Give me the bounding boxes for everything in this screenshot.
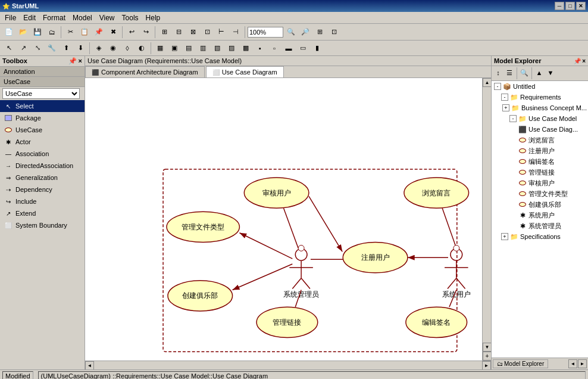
toolbox-pin[interactable]: 📌 × (68, 57, 82, 65)
tb2-16[interactable]: ▨ (225, 42, 238, 55)
toolbox-section-annotation[interactable]: Annotation (0, 67, 85, 77)
tree-requirements[interactable]: - 📁 Requirements (492, 92, 588, 102)
tb-extra1[interactable]: ⊞ (158, 26, 171, 39)
tb2-2[interactable]: ↗ (17, 42, 30, 55)
me-filter-button[interactable]: ☰ (504, 67, 515, 78)
tool-usecase[interactable]: UseCase (0, 124, 85, 136)
tree-item-review[interactable]: 审核用户 (492, 178, 588, 188)
tree-root-toggle[interactable]: - (494, 83, 501, 90)
tb2-6[interactable]: ⬇ (74, 42, 87, 55)
tree-usecase-model[interactable]: - 📁 Use Case Model (492, 113, 588, 124)
model-explorer-tree[interactable]: - 📦 Untitled - 📁 Requirements + 📁 Busine… (492, 81, 588, 358)
tb2-5[interactable]: ⬆ (60, 42, 73, 55)
tb-extra4[interactable]: ⊡ (201, 26, 214, 39)
tree-specifications[interactable]: + 📁 Specifications (492, 231, 588, 242)
tb2-21[interactable]: ▭ (296, 42, 309, 55)
tree-item-editsig[interactable]: 编辑签名 (492, 156, 588, 167)
copy-button[interactable]: 📋 (78, 26, 91, 39)
scroll-expand-button[interactable]: + (483, 352, 491, 361)
tool-actor[interactable]: ✱ Actor (0, 136, 85, 148)
tb2-14[interactable]: ▥ (196, 42, 209, 55)
tree-ucm-toggle[interactable]: - (509, 115, 517, 122)
tab-component-architecture[interactable]: ⬛ Component Architecture Diagram (85, 66, 205, 77)
tb2-22[interactable]: ▮ (311, 42, 324, 55)
maximize-button[interactable]: □ (565, 2, 575, 10)
tb-extra2[interactable]: ⊟ (172, 26, 185, 39)
tool-association[interactable]: — Association (0, 148, 85, 160)
tb2-7[interactable]: ◈ (92, 42, 105, 55)
tree-item-sysadmin[interactable]: ✱ 系统管理员 (492, 220, 588, 231)
paste-button[interactable]: 📌 (92, 26, 105, 39)
tb2-8[interactable]: ◉ (107, 42, 120, 55)
me-tab-button[interactable]: 🗂 Model Explorer (493, 359, 548, 368)
save-button[interactable]: 💾 (31, 26, 44, 39)
tree-requirements-toggle[interactable]: - (501, 94, 508, 101)
menu-view[interactable]: View (96, 13, 118, 23)
tb2-1[interactable]: ↖ (2, 42, 15, 55)
delete-button[interactable]: ✖ (107, 26, 120, 39)
me-sort-button[interactable]: ↕ (493, 67, 503, 78)
menu-format[interactable]: Format (39, 13, 69, 23)
tb2-13[interactable]: ▤ (182, 42, 195, 55)
tree-biz-toggle[interactable]: + (502, 104, 509, 111)
scroll-track-v[interactable] (483, 87, 491, 343)
tb2-9[interactable]: ◊ (121, 42, 134, 55)
tool-directed-assoc[interactable]: → DirectedAssociation (0, 160, 85, 172)
tree-item-managelink[interactable]: 管理链接 (492, 167, 588, 178)
menu-model[interactable]: Model (69, 13, 96, 23)
tool-extend[interactable]: ↗ Extend (0, 207, 85, 219)
tb2-17[interactable]: ▩ (239, 42, 252, 55)
scroll-left-button[interactable]: ◄ (85, 361, 94, 370)
tb2-15[interactable]: ▧ (211, 42, 224, 55)
tree-item-browse[interactable]: 浏览留言 (492, 135, 588, 145)
tb2-19[interactable]: ▫ (268, 42, 281, 55)
cut-button[interactable]: ✂ (64, 26, 77, 39)
save-all-button[interactable]: 🗂 (45, 26, 58, 39)
tb-extra5[interactable]: ⊢ (215, 26, 228, 39)
tb-extra6[interactable]: ⊣ (229, 26, 242, 39)
scroll-track-h[interactable] (94, 362, 482, 369)
tree-item-sysuser[interactable]: ✱ 系统用户 (492, 210, 588, 220)
scroll-up-button[interactable]: ▲ (483, 78, 491, 87)
zoom-fit-button[interactable]: ⊞ (313, 26, 326, 39)
tool-boundary[interactable]: ⬜ System Boundary (0, 219, 85, 231)
zoom-input[interactable] (248, 27, 283, 38)
me-pin-button[interactable]: 📌 (574, 58, 581, 64)
diagram-canvas[interactable]: 系统管理员 系统用户 审核用户 浏览留言 管理文 (85, 78, 482, 361)
me-search-button[interactable]: 🔍 (519, 67, 530, 78)
tree-item-managefile[interactable]: 管理文件类型 (492, 188, 588, 199)
tb2-18[interactable]: ▪ (254, 42, 267, 55)
open-button[interactable]: 📂 (17, 26, 30, 39)
menu-tools[interactable]: Tools (118, 13, 142, 23)
toolbox-scroll[interactable]: Annotation UseCase UseCase ↖ Select Pack… (0, 67, 85, 369)
tree-specs-toggle[interactable]: + (501, 233, 508, 240)
zoom-actual-button[interactable]: ⊡ (327, 26, 340, 39)
tb-extra3[interactable]: ⊠ (186, 26, 199, 39)
tb2-10[interactable]: ◐ (135, 42, 148, 55)
tb2-20[interactable]: ▬ (282, 42, 295, 55)
tool-include[interactable]: ↪ Include (0, 195, 85, 207)
menu-file[interactable]: File (1, 13, 20, 23)
menu-edit[interactable]: Edit (20, 13, 39, 23)
tree-item-register[interactable]: 注册用户 (492, 145, 588, 156)
new-button[interactable]: 📄 (2, 26, 15, 39)
tool-generalization[interactable]: ⇒ Generalization (0, 172, 85, 184)
tb2-12[interactable]: ▣ (168, 42, 181, 55)
tb2-3[interactable]: ⤡ (31, 42, 44, 55)
me-down-button[interactable]: ▼ (545, 67, 556, 78)
tab-usecase[interactable]: ⬜ Use Case Diagram (206, 66, 284, 77)
undo-button[interactable]: ↩ (125, 26, 138, 39)
tool-dependency[interactable]: ⇢ Dependency (0, 184, 85, 195)
scroll-right-button[interactable]: ► (482, 361, 491, 370)
toolbox-section-usecase[interactable]: UseCase (0, 77, 85, 87)
tree-root[interactable]: - 📦 Untitled (492, 81, 588, 92)
scroll-down-button[interactable]: ▼ (483, 343, 491, 352)
tool-select[interactable]: ↖ Select (0, 100, 85, 112)
me-nav-right[interactable]: ► (578, 359, 587, 368)
menu-help[interactable]: Help (142, 13, 164, 23)
zoom-out-button[interactable]: 🔎 (299, 26, 312, 39)
tree-uc-diagram[interactable]: ⬛ Use Case Diag... (492, 124, 588, 135)
toolbox-combo[interactable]: UseCase (2, 88, 80, 99)
close-button[interactable]: ✕ (576, 2, 586, 10)
redo-button[interactable]: ↪ (139, 26, 152, 39)
